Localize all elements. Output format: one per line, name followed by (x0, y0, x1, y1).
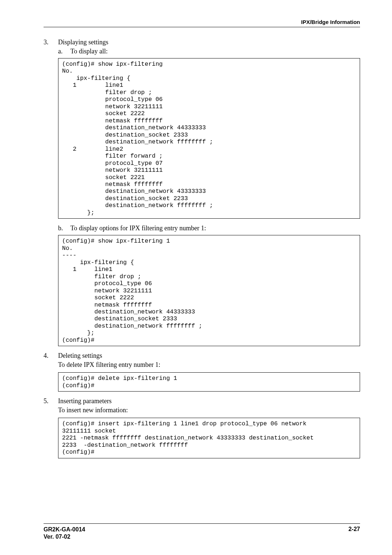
footer-version: Ver. 07-02 (44, 533, 85, 540)
step-5: 5. Inserting parameters (44, 397, 360, 405)
substep-b-label: b. (58, 224, 70, 232)
code-show-ipx-filtering-1: (config)# show ipx-filtering 1 No. ---- … (58, 235, 360, 346)
content-area: 3. Displaying settings a. To display all… (44, 39, 360, 458)
step-5-title: Inserting parameters (58, 397, 360, 405)
step-4-title: Deleting settings (58, 352, 360, 360)
code-show-ipx-filtering-all: (config)# show ipx-filtering No. ipx-fil… (58, 58, 360, 219)
substep-b-text: To display options for IPX filtering ent… (70, 224, 360, 232)
step-3-title: Displaying settings (58, 39, 360, 46)
step-5-number: 5. (44, 397, 58, 405)
step-3-substep-b: b. To display options for IPX filtering … (58, 224, 360, 232)
step-3-number: 3. (44, 39, 58, 46)
step-3: 3. Displaying settings (44, 39, 360, 46)
step-5-body: To insert new information: (58, 406, 360, 414)
step-4: 4. Deleting settings (44, 352, 360, 360)
page-footer: GR2K-GA-0014 Ver. 07-02 2-27 (44, 523, 360, 540)
footer-rule (44, 523, 360, 524)
footer-row: GR2K-GA-0014 Ver. 07-02 2-27 (44, 526, 360, 540)
step-4-body: To delete IPX filtering entry number 1: (58, 361, 360, 369)
header-rule (44, 27, 360, 27)
footer-doc-id: GR2K-GA-0014 (44, 526, 85, 533)
substep-a-text: To display all: (70, 48, 360, 55)
code-insert-ipx-filtering: (config)# insert ipx-filtering 1 line1 d… (58, 418, 360, 458)
section-header: IPX/Bridge Information (301, 19, 360, 25)
step-3-substep-a: a. To display all: (58, 48, 360, 55)
code-delete-ipx-filtering: (config)# delete ipx-filtering 1 (config… (58, 372, 360, 392)
substep-a-label: a. (58, 48, 70, 55)
footer-page-number: 2-27 (348, 526, 360, 540)
page: IPX/Bridge Information 3. Displaying set… (0, 0, 392, 555)
step-4-number: 4. (44, 352, 58, 360)
footer-left: GR2K-GA-0014 Ver. 07-02 (44, 526, 85, 540)
